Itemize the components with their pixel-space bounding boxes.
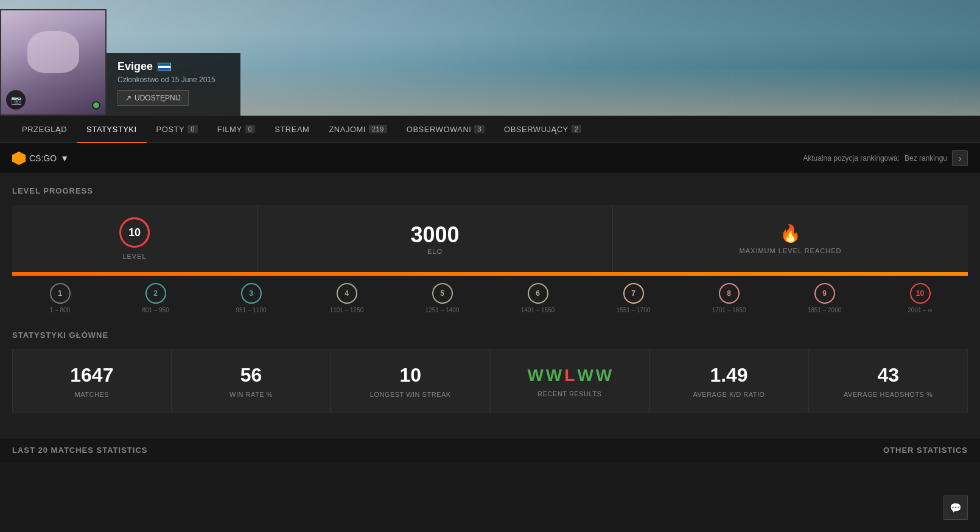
stat-label-win-rate: WIN RATE %: [229, 391, 273, 398]
csgo-bar: CS:GO ▼ Aktualna pozycja rankingowa: Bez…: [0, 143, 980, 174]
username-label: Evigee: [117, 60, 153, 73]
stats-section: STATYSTYKI GŁÓWNE 1647 MATCHES 56 WIN RA…: [0, 331, 980, 425]
obserwowani-badge: 3: [474, 125, 485, 133]
node-range-4: 1101 – 1250: [330, 307, 364, 313]
main-content: CS:GO ▼ Aktualna pozycja rankingowa: Bez…: [0, 143, 980, 462]
result-w: W: [527, 366, 543, 385]
nav-item-obserwujacy[interactable]: OBSERWUJĄCY 2: [494, 116, 591, 143]
nav-item-przeglag[interactable]: PRZEGLĄD: [12, 116, 77, 143]
node-range-3: 951 – 1100: [236, 307, 266, 313]
level-box: 10 LEVEL: [12, 205, 257, 272]
node-range-6: 1401 – 1550: [521, 307, 555, 313]
result-l: L: [564, 366, 575, 385]
result-w: W: [577, 366, 593, 385]
camera-icon[interactable]: 📷: [6, 90, 26, 110]
stats-grid: 1647 MATCHES 56 WIN RATE % 10 LONGEST WI…: [12, 349, 968, 413]
node-circle-9: 9: [814, 283, 835, 304]
node-circle-2: 2: [145, 283, 166, 304]
ranking-nav-button[interactable]: ›: [952, 150, 968, 166]
profile-name-row: Evigee: [117, 60, 229, 73]
stat-card-win-streak: 10 LONGEST WIN STREAK: [331, 349, 490, 413]
elo-box: 3000 ELO: [257, 205, 613, 272]
csgo-selector[interactable]: CS:GO ▼: [12, 152, 69, 165]
membership-label: Członkostwo od 15 June 2015: [117, 75, 229, 84]
nav-item-znajomi[interactable]: ZNAJOMI 219: [319, 116, 396, 143]
stat-value-matches: 1647: [70, 365, 113, 386]
result-w: W: [596, 366, 612, 385]
elo-label: ELO: [427, 248, 443, 255]
result-w: W: [546, 366, 562, 385]
stats-section-title: STATYSTYKI GŁÓWNE: [12, 331, 968, 340]
share-icon: ↗: [125, 94, 131, 102]
ranking-value: Bez rankingu: [905, 154, 947, 163]
stat-value-headshots: 43: [877, 365, 899, 386]
node-circle-5: 5: [432, 283, 453, 304]
level-circle: 10: [119, 217, 150, 248]
node-circle-10: 10: [910, 283, 931, 304]
stat-card-kd-ratio: 1.49 AVERAGE K/D RATIO: [649, 349, 809, 413]
chat-fab-button[interactable]: 💬: [943, 495, 968, 520]
node-circle-4: 4: [337, 283, 357, 304]
level-node-2: 2 801 – 950: [108, 283, 203, 313]
csgo-label: CS:GO: [29, 153, 57, 163]
share-button[interactable]: ↗ UDOSTĘPNIJ: [117, 90, 189, 106]
node-circle-3: 3: [241, 283, 262, 304]
level-label: LEVEL: [122, 253, 146, 260]
node-range-5: 1251 – 1400: [425, 307, 460, 313]
level-node-8: 8 1701 – 1850: [681, 283, 777, 313]
node-circle-7: 7: [623, 283, 644, 304]
chat-icon: 💬: [950, 502, 962, 514]
level-node-9: 9 1851 – 2000: [777, 283, 872, 313]
elo-value: 3000: [410, 222, 459, 248]
node-range-9: 1851 – 2000: [808, 307, 842, 313]
stat-label-matches: MATCHES: [75, 391, 109, 398]
filmy-badge: 0: [245, 125, 256, 133]
nav-item-stream[interactable]: STREAM: [265, 116, 319, 143]
bottom-bar: LAST 20 MATCHES STATISTICS OTHER STATIST…: [0, 438, 980, 462]
posty-badge: 0: [187, 125, 198, 133]
node-circle-1: 1: [50, 283, 71, 304]
share-label: UDOSTĘPNIJ: [135, 94, 181, 102]
other-stats-title: OTHER STATISTICS: [883, 446, 968, 455]
level-node-10: 10 2001 – ∞: [872, 283, 968, 313]
max-level-label: MAXIMUM LEVEL REACHED: [740, 247, 842, 254]
level-value: 10: [128, 226, 141, 239]
max-level-box: 🔥 MAXIMUM LEVEL REACHED: [613, 205, 968, 272]
online-status-dot: [92, 101, 100, 110]
nav-item-obserwowani[interactable]: OBSERWOWANI 3: [397, 116, 494, 143]
stat-value-win-streak: 10: [399, 365, 421, 386]
level-node-1: 1 1 – 800: [12, 283, 108, 313]
node-range-1: 1 – 800: [50, 307, 70, 313]
node-range-2: 801 – 950: [142, 307, 169, 313]
stat-card-recent-results: W W L W W RECENT RESULTS: [490, 349, 649, 413]
level-node-6: 6 1401 – 1550: [490, 283, 586, 313]
flag-icon: [158, 63, 171, 71]
csgo-dropdown-icon: ▼: [60, 153, 69, 163]
level-nodes: 1 1 – 800 2 801 – 950 3 951 – 1100 4 110…: [12, 276, 968, 318]
recent-results-row: W W L W W: [527, 366, 612, 385]
node-circle-8: 8: [719, 283, 740, 304]
stat-value-win-rate: 56: [240, 365, 262, 386]
nav-item-statystyki[interactable]: STATYSTYKI: [77, 116, 147, 143]
nav-item-posty[interactable]: POSTY 0: [147, 116, 208, 143]
last-matches-title: LAST 20 MATCHES STATISTICS: [12, 446, 147, 455]
obserwujacy-badge: 2: [572, 125, 582, 133]
ranking-info: Aktualna pozycja rankingowa: Bez ranking…: [803, 150, 968, 166]
navigation-bar: PRZEGLĄD STATYSTYKI POSTY 0 FILMY 0 STRE…: [0, 116, 980, 143]
znajomi-badge: 219: [369, 125, 387, 133]
nav-item-filmy[interactable]: FILMY 0: [208, 116, 265, 143]
header-banner: 📷 Evigee Członkostwo od 15 June 2015 ↗ U…: [0, 0, 980, 116]
level-node-4: 4 1101 – 1250: [299, 283, 394, 313]
level-node-7: 7 1551 – 1700: [586, 283, 681, 313]
ranking-label: Aktualna pozycja rankingowa:: [803, 154, 900, 163]
level-progress-title: LEVEL PROGRESS: [12, 186, 968, 195]
stat-card-win-rate: 56 WIN RATE %: [172, 349, 331, 413]
stat-value-kd-ratio: 1.49: [710, 365, 747, 386]
stat-card-matches: 1647 MATCHES: [12, 349, 172, 413]
stat-label-win-streak: LONGEST WIN STREAK: [370, 391, 451, 398]
level-node-5: 5 1251 – 1400: [394, 283, 490, 313]
node-range-10: 2001 – ∞: [908, 307, 933, 313]
level-node-3: 3 951 – 1100: [203, 283, 299, 313]
node-circle-6: 6: [528, 283, 548, 304]
profile-info: Evigee Członkostwo od 15 June 2015 ↗ UDO…: [107, 53, 240, 116]
